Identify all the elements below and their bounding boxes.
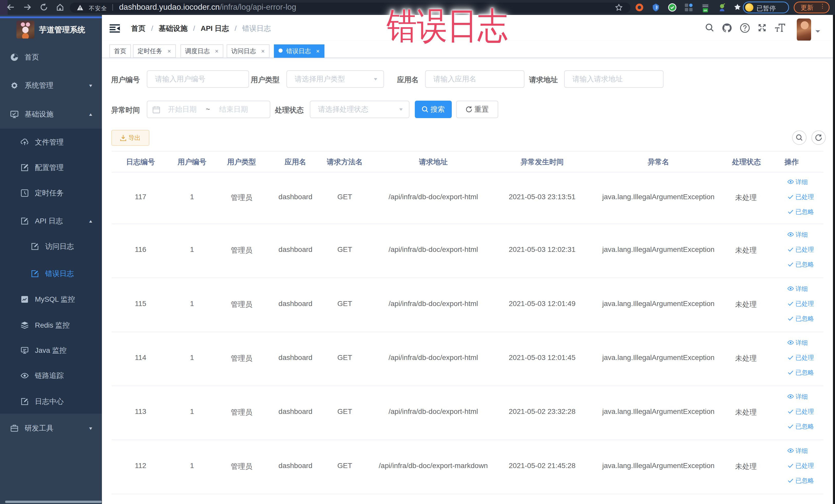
svg-text:on: on <box>704 9 707 12</box>
